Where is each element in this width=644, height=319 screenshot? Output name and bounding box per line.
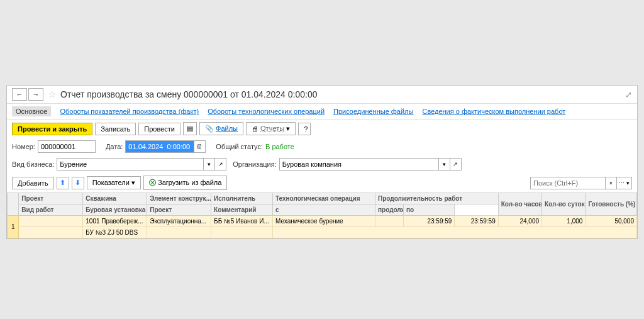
col-project2[interactable]: Проект: [147, 204, 211, 216]
org-open-button[interactable]: ↗: [450, 158, 462, 171]
org-input[interactable]: [279, 158, 439, 171]
cell-days[interactable]: 1,000: [542, 216, 586, 227]
cell-elem[interactable]: Эксплуатационна...: [147, 216, 211, 227]
table-row-sub[interactable]: БУ №3 ZJ 50 DBS: [8, 227, 637, 238]
col-exec[interactable]: Исполнитель: [211, 193, 273, 204]
link-icon[interactable]: ⤢: [625, 90, 632, 99]
biz-dropdown-button[interactable]: ▾: [204, 158, 215, 171]
more-button[interactable]: ⋯ ▾: [617, 177, 632, 189]
col-from[interactable]: с: [272, 204, 375, 216]
cell-rig[interactable]: БУ №3 ZJ 50 DBS: [83, 227, 147, 238]
add-button[interactable]: Добавить: [12, 177, 54, 189]
biz-open-button[interactable]: ↗: [215, 158, 226, 171]
cell-ready[interactable]: 50,000: [586, 216, 637, 227]
col-dur-hm[interactable]: продолж. (ч:м): [375, 204, 404, 216]
col-days[interactable]: Кол-во суток: [542, 193, 586, 216]
window-title: Отчет производства за смену 000000001 от…: [60, 89, 317, 99]
col-elem[interactable]: Элемент конструк...: [147, 193, 211, 204]
date-picker-button[interactable]: 🗓: [194, 140, 206, 153]
number-label: Номер:: [12, 143, 35, 150]
move-up-button[interactable]: ⬆: [57, 177, 69, 189]
excel-icon: ⓧ: [149, 179, 156, 186]
nav-forward-button[interactable]: →: [28, 88, 43, 101]
reports-dropdown[interactable]: 🖨 Отчеты ▾: [246, 122, 296, 135]
col-project[interactable]: Проект: [19, 193, 83, 204]
favorite-star-icon[interactable]: ☆: [48, 89, 57, 99]
post-and-close-button[interactable]: Провести и закрыть: [12, 123, 92, 135]
date-label: Дата:: [106, 143, 123, 150]
clip-icon: 📎: [205, 125, 214, 132]
tab-actual-work[interactable]: Сведения о фактическом выполнении работ: [422, 106, 565, 116]
cell-worktype[interactable]: [19, 227, 83, 238]
cell-exec[interactable]: ББ №5 Иванов И...: [211, 216, 273, 227]
col-ready[interactable]: Готовность (%): [586, 193, 637, 216]
col-comment[interactable]: Комментарий: [211, 204, 273, 216]
cell-techop[interactable]: Механическое бурение: [272, 216, 375, 227]
biz-label: Вид бизнеса:: [12, 160, 54, 168]
post-button[interactable]: Провести: [138, 123, 180, 135]
col-worktype[interactable]: Вид работ: [19, 204, 83, 216]
number-input[interactable]: [38, 140, 96, 153]
col-hours[interactable]: Кол-во часов: [498, 193, 541, 216]
files-button[interactable]: 📎 Файлы: [199, 122, 243, 135]
tab-turnover-tech[interactable]: Обороты технологических операций: [208, 106, 325, 116]
table-row[interactable]: 1 1001 Правобереж... Эксплуатационна... …: [8, 216, 637, 227]
load-from-file-button[interactable]: ⓧ Загрузить из файла: [143, 176, 227, 190]
move-down-button[interactable]: ⬇: [72, 177, 84, 189]
col-duration-group[interactable]: Продолжительность работ: [375, 193, 499, 204]
row-number: 1: [8, 216, 19, 238]
search-clear-button[interactable]: ×: [606, 177, 617, 189]
print-icon: 🖨: [252, 125, 258, 132]
status-label: Общий статус:: [216, 143, 263, 150]
cell-from[interactable]: [375, 216, 404, 227]
cell-project[interactable]: [19, 216, 83, 227]
col-rig[interactable]: Буровая установка: [83, 204, 147, 216]
tab-main[interactable]: Основное: [12, 106, 51, 116]
cell-comment[interactable]: [211, 227, 273, 238]
save-button[interactable]: Записать: [95, 123, 136, 135]
tab-attached-files[interactable]: Присоединенные файлы: [333, 106, 413, 116]
org-label: Организация:: [233, 160, 276, 168]
cell-dur-hm[interactable]: 23:59:59: [403, 216, 455, 227]
biz-input[interactable]: [57, 158, 204, 171]
col-well[interactable]: Скважина: [83, 193, 147, 204]
help-button[interactable]: ?: [298, 123, 311, 135]
date-input[interactable]: [125, 140, 194, 153]
cell-to[interactable]: 23:59:59: [455, 216, 498, 227]
cell-empty[interactable]: [272, 227, 636, 238]
status-value: В работе: [265, 143, 294, 150]
indicators-dropdown[interactable]: Показатели ▾: [87, 176, 141, 189]
cell-project2[interactable]: [147, 227, 211, 238]
tab-turnover-prod[interactable]: Обороты показателей производства (факт): [60, 106, 199, 116]
nav-back-button[interactable]: ←: [12, 88, 27, 101]
cell-well[interactable]: 1001 Правобереж...: [83, 216, 147, 227]
col-rownum: [8, 193, 19, 216]
org-dropdown-button[interactable]: ▾: [439, 158, 450, 171]
col-to[interactable]: по: [403, 204, 455, 216]
col-techop[interactable]: Технологическая операция: [272, 193, 375, 204]
search-input[interactable]: [530, 177, 606, 189]
settings-button[interactable]: ▤: [183, 122, 197, 135]
cell-hours[interactable]: 24,000: [498, 216, 541, 227]
